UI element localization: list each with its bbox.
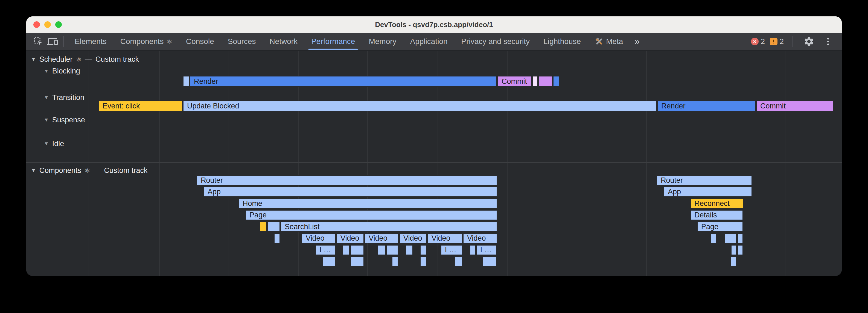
flame-bar-home[interactable]: Home bbox=[239, 199, 497, 209]
device-toolbar-icon[interactable] bbox=[47, 36, 58, 47]
flame-bar-page[interactable]: Page bbox=[697, 222, 743, 232]
flame-bar-segment[interactable] bbox=[322, 256, 336, 267]
flame-bar-segment[interactable] bbox=[532, 76, 538, 87]
flame-bar-video[interactable]: Video bbox=[336, 233, 364, 243]
flame-bar-segment[interactable] bbox=[420, 256, 427, 267]
flame-bar-page[interactable]: Page bbox=[245, 210, 497, 220]
flame-bar-update-blocked[interactable]: Update Blocked bbox=[183, 101, 656, 111]
flame-bar-segment[interactable] bbox=[731, 245, 737, 255]
track-suffix: Custom track bbox=[95, 55, 139, 64]
flame-bar-render[interactable]: Render bbox=[657, 101, 755, 111]
flame-bar-segment[interactable] bbox=[724, 233, 737, 243]
flame-bar-segment[interactable] bbox=[183, 76, 189, 87]
flame-bar-segment[interactable] bbox=[420, 245, 427, 255]
flame-bar-label: Render bbox=[190, 77, 218, 86]
tab-label: Application bbox=[410, 37, 448, 46]
tab-network[interactable]: Network bbox=[262, 33, 304, 50]
flame-bar-l[interactable]: L… bbox=[315, 245, 336, 255]
flame-bar-segment[interactable] bbox=[342, 245, 350, 255]
more-tabs-icon[interactable]: » bbox=[630, 36, 644, 47]
warning-badge[interactable]: ! 2 bbox=[770, 37, 784, 46]
flame-bar-router[interactable]: Router bbox=[657, 175, 752, 185]
performance-flame-chart: ▼Scheduler⚛—Custom track▼Blocking▼Transi… bbox=[26, 51, 842, 276]
flame-bar-segment[interactable] bbox=[386, 245, 398, 255]
error-badge[interactable]: × 2 bbox=[751, 37, 765, 46]
tab-memory[interactable]: Memory bbox=[362, 33, 403, 50]
flame-bar-commit[interactable]: Commit bbox=[756, 101, 834, 111]
tab-application[interactable]: Application bbox=[403, 33, 455, 50]
flame-bar-segment[interactable] bbox=[539, 76, 552, 87]
maximize-button[interactable] bbox=[55, 21, 62, 28]
flame-bar-label: L… bbox=[477, 246, 492, 254]
tab-label: Network bbox=[269, 37, 298, 46]
flame-bar-segment[interactable] bbox=[392, 256, 398, 267]
error-icon: × bbox=[751, 38, 758, 45]
gridline bbox=[785, 51, 785, 276]
flame-bar-segment[interactable] bbox=[350, 245, 364, 255]
settings-gear-icon[interactable] bbox=[803, 36, 814, 47]
active-tab-underline bbox=[308, 48, 358, 50]
track-group-transition[interactable]: ▼Transition bbox=[44, 93, 84, 102]
flame-bar-label: L… bbox=[316, 246, 331, 254]
track-dash: — bbox=[94, 166, 101, 175]
flame-bar-video[interactable]: Video bbox=[428, 233, 462, 243]
flame-bar-searchlist[interactable]: SearchList bbox=[281, 222, 497, 232]
flame-bar-segment[interactable] bbox=[378, 245, 385, 255]
track-group-idle[interactable]: ▼Idle bbox=[44, 139, 64, 148]
flame-bar-l[interactable]: L… bbox=[476, 245, 497, 255]
track-group-suspense[interactable]: ▼Suspense bbox=[44, 115, 85, 125]
flame-bar-commit[interactable]: Commit bbox=[497, 76, 532, 87]
flame-bar-video[interactable]: Video bbox=[463, 233, 497, 243]
flame-bar-reconnect[interactable]: Reconnect bbox=[690, 199, 743, 209]
flame-bar-segment[interactable] bbox=[711, 233, 716, 243]
track-header-scheduler[interactable]: ▼Scheduler⚛—Custom track bbox=[31, 55, 139, 64]
flame-bar-segment[interactable] bbox=[553, 76, 559, 87]
devtools-window: DevTools - qsvd7p.csb.app/video/1 Elemen… bbox=[26, 16, 842, 276]
flame-bar-label: App bbox=[664, 188, 681, 196]
tab-sources[interactable]: Sources bbox=[221, 33, 263, 50]
flame-bar-label: Page bbox=[698, 222, 718, 231]
flame-bar-segment[interactable] bbox=[731, 256, 737, 267]
flame-bar-app[interactable]: App bbox=[664, 187, 752, 197]
minimize-button[interactable] bbox=[44, 21, 51, 28]
toolbar-divider bbox=[63, 36, 64, 47]
flame-bar-video[interactable]: Video bbox=[365, 233, 399, 243]
flame-bar-video[interactable]: Video bbox=[399, 233, 427, 243]
flame-bar-segment[interactable] bbox=[737, 245, 743, 255]
flame-bar-l[interactable]: L… bbox=[441, 245, 462, 255]
flame-bar-label: Home bbox=[239, 199, 262, 208]
devtools-toolbar: ElementsComponents⚛ConsoleSourcesNetwork… bbox=[26, 33, 842, 51]
tab-components[interactable]: Components⚛ bbox=[114, 33, 179, 50]
close-button[interactable] bbox=[33, 21, 40, 28]
group-name: Transition bbox=[52, 94, 85, 102]
track-header-components[interactable]: ▼Components⚛—Custom track bbox=[31, 166, 148, 175]
flame-bar-event-click[interactable]: Event: click bbox=[98, 101, 182, 111]
flame-bar-details[interactable]: Details bbox=[690, 210, 743, 220]
flame-bar-label: App bbox=[204, 188, 221, 196]
flame-bar-segment[interactable] bbox=[737, 233, 743, 243]
tab-meta[interactable]: Meta bbox=[588, 33, 630, 50]
flame-bar-router[interactable]: Router bbox=[197, 175, 497, 185]
tab-privacy-and-security[interactable]: Privacy and security bbox=[455, 33, 537, 50]
tab-performance[interactable]: Performance bbox=[304, 33, 362, 50]
inspect-element-icon[interactable] bbox=[33, 36, 44, 47]
panel-tabs: ElementsComponents⚛ConsoleSourcesNetwork… bbox=[68, 33, 630, 50]
track-group-blocking[interactable]: ▼Blocking bbox=[44, 66, 80, 76]
flame-bar-render[interactable]: Render bbox=[190, 76, 497, 87]
flame-bar-segment[interactable] bbox=[483, 256, 497, 267]
tab-console[interactable]: Console bbox=[179, 33, 221, 50]
flame-bar-segment[interactable] bbox=[405, 245, 413, 255]
tab-label: Elements bbox=[75, 37, 107, 46]
flame-bar-segment[interactable] bbox=[470, 245, 475, 255]
flame-bar-segment[interactable] bbox=[455, 256, 462, 267]
flame-bar-video[interactable]: Video bbox=[302, 233, 336, 243]
flame-bar-segment[interactable] bbox=[259, 222, 267, 232]
flame-bar-segment[interactable] bbox=[350, 256, 364, 267]
flame-bar-segment[interactable] bbox=[274, 233, 280, 243]
tab-lighthouse[interactable]: Lighthouse bbox=[536, 33, 588, 50]
flame-bar-label: Update Blocked bbox=[184, 102, 239, 110]
kebab-menu-icon[interactable] bbox=[823, 36, 834, 47]
flame-bar-app[interactable]: App bbox=[204, 187, 497, 197]
flame-bar-segment[interactable] bbox=[267, 222, 280, 232]
tab-elements[interactable]: Elements bbox=[68, 33, 114, 50]
